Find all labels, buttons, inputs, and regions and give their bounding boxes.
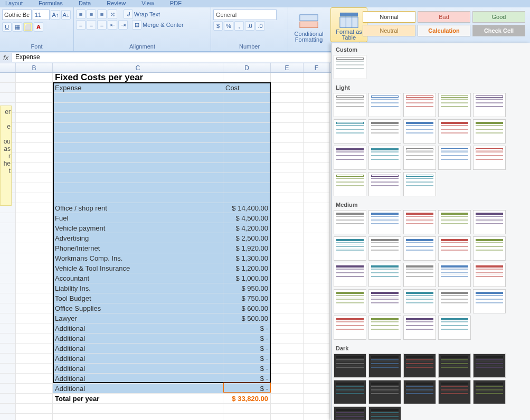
table-style-option[interactable] [334, 263, 366, 287]
table-style-option[interactable] [334, 380, 366, 404]
table-style-option[interactable] [473, 210, 506, 234]
table-style-option[interactable] [334, 406, 366, 420]
table-style-option[interactable] [438, 119, 471, 144]
underline-icon[interactable]: U [2, 22, 12, 32]
tab-data[interactable]: Data [79, 0, 91, 7]
table-style-option[interactable] [403, 354, 436, 378]
table-style-option[interactable] [368, 210, 401, 234]
style-calculation[interactable]: Calculation [418, 25, 470, 36]
table-style-gallery[interactable]: Custom Light Medium Dark ▦ New Table Sty… [331, 43, 530, 420]
borders-icon[interactable]: ▦ [13, 22, 22, 32]
table-style-option[interactable] [473, 354, 506, 378]
style-bad[interactable]: Bad [418, 11, 470, 23]
font-color-icon[interactable]: A [34, 22, 43, 32]
table-style-option[interactable] [473, 289, 506, 313]
table-style-option[interactable] [334, 119, 366, 144]
style-normal[interactable]: Normal [363, 11, 415, 23]
table-style-option[interactable] [368, 354, 401, 378]
table-style-option[interactable] [438, 93, 471, 117]
font-size-select[interactable]: 11 [33, 9, 50, 20]
align-right-icon[interactable]: ≡ [97, 20, 107, 30]
align-left-icon[interactable]: ≡ [76, 20, 86, 30]
table-style-option[interactable] [438, 210, 471, 234]
orientation-icon[interactable]: ⤭ [108, 9, 117, 19]
table-style-option[interactable] [473, 380, 506, 404]
table-style-option[interactable] [473, 263, 506, 287]
style-check-cell[interactable]: Check Cell [472, 25, 525, 36]
decrease-indent-icon[interactable]: ⇤ [108, 20, 117, 30]
table-style-option[interactable] [403, 289, 436, 313]
table-style-option[interactable] [334, 210, 366, 234]
wrap-text-label[interactable]: Wrap Text [134, 11, 160, 17]
table-style-option[interactable] [368, 380, 401, 404]
col-header-c[interactable]: C [53, 63, 223, 72]
table-style-option[interactable] [438, 263, 471, 287]
comma-icon[interactable]: , [234, 21, 244, 31]
table-style-option[interactable] [403, 263, 436, 287]
tab-review[interactable]: Review [107, 0, 126, 7]
table-style-option[interactable] [403, 146, 436, 170]
style-neutral[interactable]: Neutral [363, 25, 415, 36]
tab-formulas[interactable]: Formulas [39, 0, 63, 7]
merge-center-icon[interactable]: ⊞ [132, 20, 141, 30]
table-style-option[interactable] [368, 93, 401, 117]
table-style-option[interactable] [334, 289, 366, 313]
sheet-title[interactable]: Fixed Costs per year [53, 73, 223, 83]
col-header-e[interactable]: E [271, 63, 304, 72]
table-style-option[interactable] [334, 236, 366, 261]
merge-center-label[interactable]: Merge & Center [143, 22, 184, 28]
table-style-option[interactable] [334, 354, 366, 378]
table-style-option[interactable] [403, 93, 436, 117]
table-style-option[interactable] [334, 55, 366, 79]
style-good[interactable]: Good [472, 11, 525, 23]
increase-decimal-icon[interactable]: .0 [245, 21, 254, 31]
table-style-option[interactable] [368, 119, 401, 144]
tab-pdf[interactable]: PDF [170, 0, 182, 7]
table-style-option[interactable] [473, 236, 506, 261]
table-style-option[interactable] [403, 172, 436, 196]
font-name-select[interactable]: Gothic Bc [2, 9, 32, 20]
table-style-option[interactable] [403, 210, 436, 234]
table-style-option[interactable] [438, 146, 471, 170]
decrease-font-icon[interactable]: A↓ [61, 10, 71, 20]
table-style-option[interactable] [438, 316, 471, 340]
table-style-option[interactable] [334, 172, 366, 196]
table-style-option[interactable] [403, 236, 436, 261]
table-style-option[interactable] [403, 316, 436, 340]
decrease-decimal-icon[interactable]: .0 [255, 21, 265, 31]
table-style-option[interactable] [368, 316, 401, 340]
table-style-option[interactable] [368, 289, 401, 313]
table-style-option[interactable] [368, 406, 401, 420]
fill-color-icon[interactable]: ⬜ [23, 22, 33, 32]
align-bottom-icon[interactable]: ≡ [97, 9, 107, 19]
table-style-option[interactable] [438, 236, 471, 261]
align-center-icon[interactable]: ≡ [87, 20, 96, 30]
conditional-formatting-button[interactable]: Conditional Formatting [290, 9, 327, 44]
tab-view[interactable]: View [141, 0, 154, 7]
table-style-option[interactable] [473, 146, 506, 170]
wrap-text-icon[interactable]: ↲ [124, 9, 133, 19]
table-style-option[interactable] [368, 172, 401, 196]
table-style-option[interactable] [403, 380, 436, 404]
tab-layout[interactable]: Layout [5, 0, 23, 7]
table-style-option[interactable] [368, 263, 401, 287]
increase-indent-icon[interactable]: ⇥ [118, 20, 128, 30]
table-style-option[interactable] [334, 146, 366, 170]
col-header-f[interactable]: F [304, 63, 330, 72]
table-style-option[interactable] [473, 119, 506, 144]
table-style-option[interactable] [368, 146, 401, 170]
col-header-d[interactable]: D [223, 63, 271, 72]
table-style-option[interactable] [438, 354, 471, 378]
fx-icon[interactable]: fx [0, 54, 12, 62]
align-top-icon[interactable]: ≡ [76, 9, 86, 19]
table-style-option[interactable] [473, 93, 506, 117]
table-style-option[interactable] [438, 289, 471, 313]
table-style-option[interactable] [334, 93, 366, 117]
select-all-cell[interactable] [0, 63, 16, 72]
increase-font-icon[interactable]: A↑ [51, 10, 60, 20]
col-header-b[interactable]: B [16, 63, 53, 72]
currency-icon[interactable]: $ [213, 21, 223, 31]
table-style-option[interactable] [368, 236, 401, 261]
align-middle-icon[interactable]: ≡ [87, 9, 96, 19]
number-format-select[interactable]: General [213, 9, 277, 20]
